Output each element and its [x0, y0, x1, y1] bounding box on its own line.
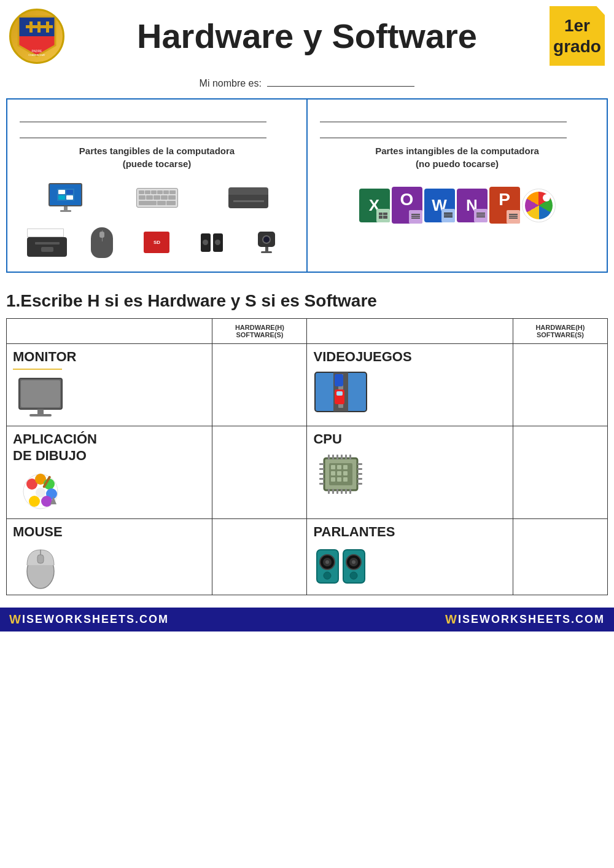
write-line-sw-2[interactable]: [320, 125, 567, 138]
svg-rect-23: [335, 374, 343, 386]
svg-rect-61: [319, 483, 324, 485]
mouse-icon: [91, 227, 113, 258]
memory-card-icon-box: SD: [134, 222, 180, 262]
cpu-cell: CPU: [307, 426, 513, 519]
svg-rect-36: [331, 465, 335, 469]
parlantes-cell: PARLANTES: [307, 518, 513, 595]
scanner-icon: [228, 187, 268, 208]
n-icon: N: [457, 189, 488, 222]
table-row-1: MONITOR VIDEOJUEGOS: [7, 344, 608, 426]
parlantes-answer[interactable]: [513, 518, 607, 595]
footer-right: W ISEWORKSHEETS.COM: [445, 612, 605, 627]
page-header: PADRE CHAMPAGNAT Hardware y Software 1er…: [0, 0, 614, 72]
excel-icon: X: [359, 189, 390, 222]
monitor-image: [13, 375, 68, 421]
svg-rect-43: [337, 477, 341, 482]
powerpoint-icon: P: [489, 187, 520, 224]
write-line-sw-1[interactable]: [320, 109, 567, 122]
svg-point-79: [350, 572, 357, 579]
svg-rect-42: [331, 477, 335, 482]
videojuegos-cell: VIDEOJUEGOS: [307, 344, 513, 426]
dibujo-name: APLICACIÓNDE DIBUJO: [13, 431, 206, 464]
col-header-right: HARDWARE(H)SOFTWARE(S): [513, 319, 607, 344]
svg-rect-62: [357, 463, 362, 465]
svg-rect-60: [319, 478, 324, 480]
hw-icons-row-1: [20, 178, 294, 217]
monitor-icon: [49, 183, 82, 212]
svg-rect-69: [37, 555, 44, 563]
cpu-image: [313, 451, 368, 497]
svg-rect-56: [349, 489, 351, 494]
school-logo: PADRE CHAMPAGNAT: [9, 9, 64, 64]
mouse-answer[interactable]: [212, 518, 307, 595]
mouse-icon-box: [79, 222, 125, 262]
dibujo-cell: APLICACIÓNDE DIBUJO: [7, 426, 212, 519]
palette-hole: [543, 194, 550, 201]
svg-rect-8: [42, 25, 53, 28]
hardware-label: Partes tangibles de la computadora(puede…: [20, 144, 294, 170]
footer-ise-left: ISEWORKSHEETS.COM: [22, 613, 169, 626]
svg-point-31: [36, 488, 45, 498]
footer-w-right: W: [445, 612, 457, 627]
title-area: Hardware y Software: [64, 17, 550, 55]
webcam-icon: [258, 232, 275, 253]
speakers-svg: [314, 545, 368, 588]
grade-badge: 1ergrado: [550, 6, 605, 66]
footer-w-left: W: [9, 612, 21, 627]
svg-rect-22: [336, 391, 343, 396]
monitor-underline: [13, 369, 62, 370]
dibujo-image: [13, 467, 68, 514]
monitor-cell: MONITOR: [7, 344, 212, 426]
svg-rect-12: [21, 380, 60, 407]
table-row-3: MOUSE PARLANTES: [7, 518, 608, 595]
svg-rect-65: [357, 478, 362, 480]
monitor-name: MONITOR: [13, 349, 206, 365]
svg-text:PADRE: PADRE: [32, 49, 43, 53]
svg-rect-47: [336, 455, 338, 459]
printer-icon: [27, 229, 67, 257]
svg-rect-38: [343, 465, 348, 469]
speakers-icon-box: [188, 222, 235, 262]
name-label: Mi nombre es:: [200, 78, 262, 88]
monitor-icon-box: [42, 178, 88, 217]
svg-rect-58: [319, 468, 324, 470]
svg-rect-13: [37, 409, 44, 414]
svg-rect-14: [29, 414, 52, 416]
svg-rect-44: [343, 477, 348, 482]
onenote-icon: O: [392, 187, 422, 224]
exercise-table: HARDWARE(H)SOFTWARE(S) HARDWARE(H)SOFTWA…: [6, 318, 608, 595]
svg-rect-39: [331, 471, 335, 475]
write-line-2[interactable]: [20, 125, 266, 138]
cpu-answer[interactable]: [513, 426, 607, 519]
footer-left: W ISEWORKSHEETS.COM: [9, 612, 169, 627]
svg-rect-53: [336, 489, 338, 494]
scanner-icon-box: [225, 178, 271, 217]
write-line-1[interactable]: [20, 109, 266, 122]
word-icon: W: [424, 189, 455, 222]
grade-text: 1ergrado: [553, 15, 601, 57]
parlantes-image: [313, 544, 368, 590]
videojuegos-answer[interactable]: [513, 344, 607, 426]
write-lines-sw: [320, 109, 594, 138]
svg-text:CHAMPAGNAT: CHAMPAGNAT: [28, 53, 45, 57]
svg-point-30: [29, 496, 40, 507]
monitor-answer[interactable]: [212, 344, 307, 426]
exercise-title: 1.Escribe H si es Hardware y S si es Sof…: [6, 291, 608, 311]
svg-rect-57: [319, 463, 324, 465]
svg-point-74: [324, 572, 331, 579]
name-underline[interactable]: [267, 86, 414, 87]
videojuegos-name: VIDEOJUEGOS: [313, 349, 506, 365]
printer-icon-box: [24, 222, 70, 262]
dibujo-answer[interactable]: [212, 426, 307, 519]
memory-card-icon: SD: [144, 232, 169, 253]
svg-rect-63: [357, 468, 362, 470]
page-footer: W ISEWORKSHEETS.COM W ISEWORKSHEETS.COM: [0, 608, 614, 631]
mouse-image: [13, 544, 68, 590]
main-title: Hardware y Software: [64, 17, 550, 55]
svg-rect-51: [328, 489, 330, 494]
cpu-name: CPU: [313, 431, 506, 447]
hardware-icons: SD: [20, 178, 294, 262]
table-header-row: HARDWARE(H)SOFTWARE(S) HARDWARE(H)SOFTWA…: [7, 319, 608, 344]
svg-rect-50: [349, 455, 351, 459]
svg-point-73: [325, 560, 329, 564]
